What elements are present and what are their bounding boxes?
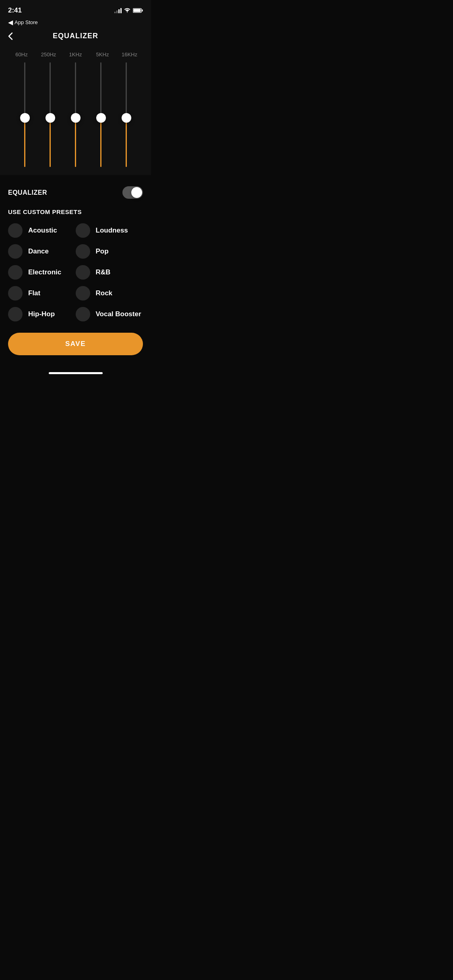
eq-toggle-row: EQUALIZER [8,186,143,199]
svg-rect-2 [133,9,141,12]
back-button[interactable] [8,32,13,40]
band-label-16khz: 16KHz [120,51,140,58]
toggle-knob [131,187,142,198]
home-bar [49,372,103,374]
preset-radio-flat [8,286,23,301]
eq-toggle-switch[interactable] [122,186,143,199]
preset-name-rock: Rock [96,289,113,297]
eq-slider-5khz[interactable] [93,62,109,167]
status-bar: 2:41 [0,0,151,18]
eq-slider-60hz[interactable] [17,62,33,167]
preset-name-rnb: R&B [96,268,111,276]
preset-loudness[interactable]: Loudness [76,223,143,238]
preset-radio-acoustic [8,223,23,238]
eq-band-labels: 60Hz 250Hz 1KHz 5KHz 16KHz [8,51,143,58]
custom-presets-label: USE CUSTOM PRESETS [8,208,143,215]
back-chevron-icon: ◀ [8,19,13,26]
preset-radio-hiphop [8,307,23,321]
status-icons [114,8,143,13]
eq-section: 60Hz 250Hz 1KHz 5KHz 16KHz [0,45,151,175]
preset-pop[interactable]: Pop [76,244,143,259]
preset-name-electronic: Electronic [28,268,61,276]
preset-name-dance: Dance [28,247,49,255]
band-label-1khz: 1KHz [66,51,86,58]
preset-radio-rock [76,286,90,301]
eq-toggle-label: EQUALIZER [8,189,47,196]
signal-icon [114,8,122,13]
app-store-label: App Store [14,19,38,25]
preset-dance[interactable]: Dance [8,244,76,259]
preset-acoustic[interactable]: Acoustic [8,223,76,238]
band-label-5khz: 5KHz [93,51,113,58]
preset-hiphop[interactable]: Hip-Hop [8,307,76,321]
preset-name-loudness: Loudness [96,226,128,235]
presets-grid: Acoustic Loudness Dance Pop Electronic R… [8,223,143,321]
eq-sliders [8,62,143,167]
back-arrow-icon [8,32,13,40]
page-title: EQUALIZER [53,32,98,40]
svg-rect-1 [142,10,143,12]
wifi-icon [124,8,130,13]
eq-slider-1khz[interactable] [68,62,84,167]
preset-electronic[interactable]: Electronic [8,265,76,280]
save-button[interactable]: SAVE [8,333,143,355]
preset-radio-pop [76,244,90,259]
band-label-250hz: 250Hz [39,51,59,58]
preset-name-flat: Flat [28,289,40,297]
eq-slider-16khz[interactable] [118,62,134,167]
preset-radio-loudness [76,223,90,238]
preset-rock[interactable]: Rock [76,286,143,301]
battery-icon [133,8,143,13]
preset-radio-dance [8,244,23,259]
status-time: 2:41 [8,6,22,14]
preset-radio-electronic [8,265,23,280]
app-store-back[interactable]: ◀ App Store [0,18,151,29]
preset-vocal-booster[interactable]: Vocal Booster [76,307,143,321]
preset-name-pop: Pop [96,247,109,255]
preset-radio-rnb [76,265,90,280]
home-indicator [0,368,151,377]
preset-radio-vocal-booster [76,307,90,321]
preset-name-acoustic: Acoustic [28,226,57,235]
controls-section: EQUALIZER USE CUSTOM PRESETS Acoustic Lo… [0,180,151,368]
nav-bar: EQUALIZER [0,29,151,45]
preset-flat[interactable]: Flat [8,286,76,301]
preset-rnb[interactable]: R&B [76,265,143,280]
band-label-60hz: 60Hz [12,51,32,58]
eq-slider-250hz[interactable] [42,62,58,167]
preset-name-vocal-booster: Vocal Booster [96,310,141,318]
preset-name-hiphop: Hip-Hop [28,310,55,318]
